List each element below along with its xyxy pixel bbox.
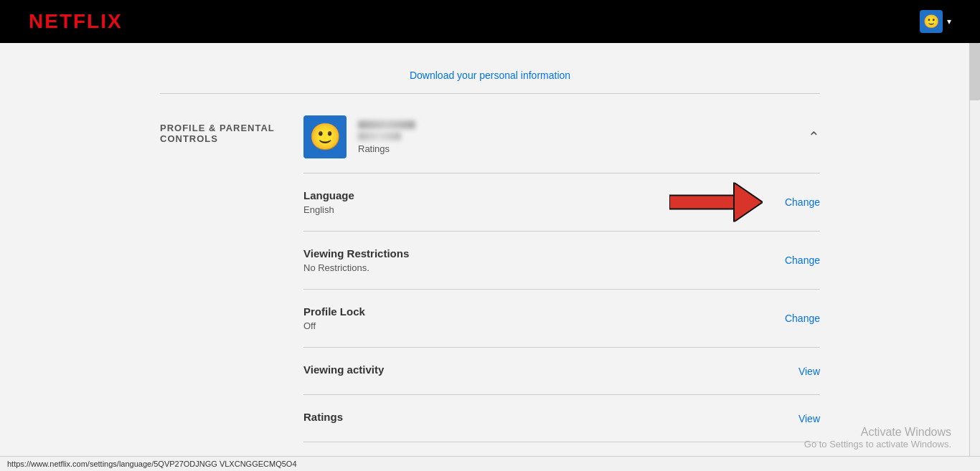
settings-section: Language English: [303, 173, 820, 442]
ratings-view-link[interactable]: View: [798, 413, 820, 424]
header: NETFLIX 🙂 ▾: [0, 0, 980, 43]
settings-row-profile-lock: Profile Lock Off Change: [303, 290, 820, 348]
netflix-logo: NETFLIX: [29, 10, 123, 33]
viewing-restrictions-change-link[interactable]: Change: [785, 254, 820, 266]
settings-row-left-viewing-activity: Viewing activity: [303, 363, 384, 379]
svg-rect-2: [669, 196, 734, 209]
settings-row-ratings: Ratings View: [303, 395, 820, 442]
profile-avatar[interactable]: 🙂: [303, 115, 347, 158]
scrollbar-thumb[interactable]: [969, 43, 980, 100]
settings-row-viewing-restrictions: Viewing Restrictions No Restrictions. Ch…: [303, 232, 820, 290]
settings-row-left-ratings: Ratings: [303, 411, 343, 426]
main-content: Download your personal information PROFI…: [131, 43, 849, 457]
settings-row-language: Language English: [303, 173, 820, 232]
svg-rect-0: [669, 196, 734, 209]
profile-info: 🙂 Ratings: [303, 115, 415, 158]
settings-row-viewing-activity: Viewing activity View: [303, 348, 820, 395]
language-change-link[interactable]: Change: [785, 196, 820, 208]
section-label: PROFILE & PARENTAL CONTROLS: [160, 101, 303, 158]
language-value: English: [303, 204, 354, 215]
profile-name-blurred: [358, 120, 415, 129]
section-left: PROFILE & PARENTAL CONTROLS: [160, 101, 303, 442]
svg-marker-1: [734, 183, 763, 222]
viewing-restrictions-value: No Restrictions.: [303, 262, 409, 273]
settings-row-left-profile-lock: Profile Lock Off: [303, 305, 365, 331]
section-wrapper: PROFILE & PARENTAL CONTROLS 🙂 Ratings ⌃: [160, 94, 820, 442]
red-arrow-annotation: [669, 183, 763, 222]
ratings-title: Ratings: [303, 411, 343, 423]
avatar-emoji: 🙂: [923, 14, 939, 29]
profile-lock-value: Off: [303, 320, 365, 331]
top-link-bar: Download your personal information: [160, 57, 820, 94]
svg-marker-3: [734, 183, 763, 222]
chevron-up-icon[interactable]: ⌃: [808, 128, 820, 146]
red-arrow-svg: [669, 183, 763, 222]
avatar[interactable]: 🙂: [920, 10, 943, 33]
viewing-activity-title: Viewing activity: [303, 363, 384, 376]
dropdown-arrow-icon[interactable]: ▾: [947, 16, 951, 27]
status-bar: https://www.netflix.com/settings/languag…: [0, 456, 980, 471]
header-right: 🙂 ▾: [920, 10, 951, 33]
status-bar-url: https://www.netflix.com/settings/languag…: [7, 460, 297, 468]
viewing-restrictions-title: Viewing Restrictions: [303, 247, 409, 260]
profile-lock-title: Profile Lock: [303, 305, 365, 318]
language-title: Language: [303, 189, 354, 201]
settings-row-left-viewing-restrictions: Viewing Restrictions No Restrictions.: [303, 247, 409, 273]
profile-row: 🙂 Ratings ⌃: [303, 101, 820, 173]
download-personal-info-link[interactable]: Download your personal information: [410, 70, 570, 81]
scrollbar-track: [969, 43, 980, 471]
settings-row-left-language: Language English: [303, 189, 354, 215]
profile-ratings-label: Ratings: [358, 143, 415, 154]
profile-name-blurred2: [358, 132, 401, 141]
profile-name-area: Ratings: [358, 120, 415, 154]
section-right: 🙂 Ratings ⌃ Language English: [303, 101, 820, 442]
profile-lock-change-link[interactable]: Change: [785, 313, 820, 324]
viewing-activity-view-link[interactable]: View: [798, 366, 820, 377]
